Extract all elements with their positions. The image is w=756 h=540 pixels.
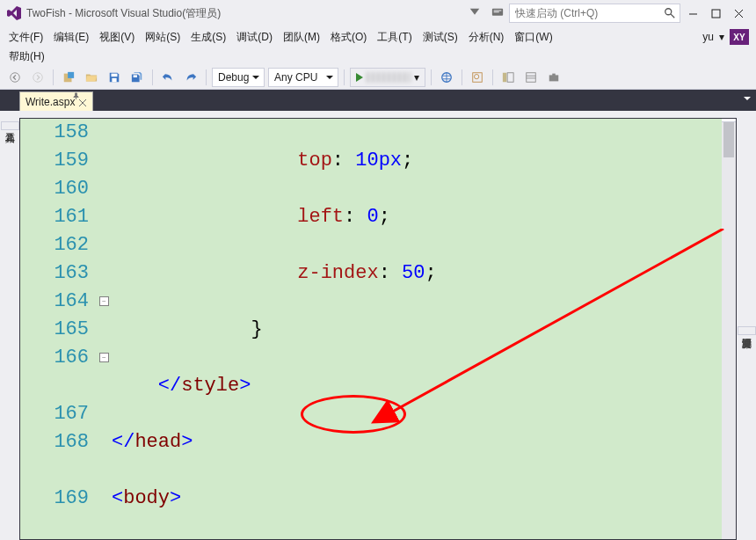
menu-tools[interactable]: 工具(T) bbox=[372, 28, 417, 47]
quick-launch-search[interactable] bbox=[509, 4, 680, 23]
fold-toggle[interactable]: − bbox=[99, 296, 109, 306]
svg-point-8 bbox=[33, 72, 43, 82]
fold-column: − − bbox=[98, 119, 112, 539]
svg-rect-13 bbox=[134, 75, 137, 77]
titlebar: TwoFish - Microsoft Visual Studio(管理员) bbox=[0, 0, 756, 26]
menu-build[interactable]: 生成(S) bbox=[185, 28, 231, 47]
toolbox-button[interactable] bbox=[543, 67, 564, 88]
main-menu: 文件(F) 编辑(E) 视图(V) 网站(S) 生成(S) 调试(D) 团队(M… bbox=[0, 26, 756, 47]
svg-rect-12 bbox=[112, 77, 116, 81]
svg-point-7 bbox=[11, 72, 20, 82]
user-badge[interactable]: XY bbox=[730, 29, 749, 45]
menu-team[interactable]: 团队(M) bbox=[278, 28, 325, 47]
svg-rect-18 bbox=[507, 72, 513, 82]
menu-debug[interactable]: 调试(D) bbox=[231, 28, 278, 47]
nav-forward-button[interactable] bbox=[27, 67, 48, 88]
pin-icon[interactable] bbox=[72, 91, 80, 103]
config-combo[interactable]: Debug bbox=[212, 68, 265, 87]
svg-point-16 bbox=[475, 74, 479, 78]
svg-rect-19 bbox=[527, 72, 536, 82]
save-all-button[interactable] bbox=[127, 67, 148, 88]
main-menu-row2: 帮助(H) bbox=[0, 47, 756, 65]
svg-rect-11 bbox=[112, 73, 118, 77]
svg-point-1 bbox=[665, 9, 672, 15]
feedback-icon[interactable] bbox=[491, 7, 504, 19]
svg-rect-10 bbox=[68, 71, 74, 77]
left-dock-rail: 工具箱 bbox=[0, 118, 19, 540]
minimize-button[interactable] bbox=[682, 3, 703, 24]
vs-logo-icon bbox=[7, 6, 21, 20]
search-icon bbox=[664, 7, 676, 19]
fold-toggle[interactable]: − bbox=[99, 353, 109, 362]
menu-edit[interactable]: 编辑(E) bbox=[48, 28, 94, 47]
close-button[interactable] bbox=[728, 3, 749, 24]
code-editor: 158 159 160 161 162 163 164 165 166 167 … bbox=[19, 118, 737, 540]
annotation-ellipse bbox=[301, 395, 406, 434]
notification-icon[interactable] bbox=[469, 7, 481, 19]
menu-analyze[interactable]: 分析(N) bbox=[463, 28, 510, 47]
tab-dropdown-icon[interactable] bbox=[742, 93, 752, 104]
properties-button[interactable] bbox=[520, 67, 542, 88]
platform-combo[interactable]: Any CPU bbox=[268, 68, 338, 87]
redo-button[interactable] bbox=[180, 67, 201, 88]
svg-line-2 bbox=[671, 14, 674, 18]
maximize-button[interactable] bbox=[705, 3, 726, 24]
solution-explorer-tab[interactable]: 解决方案资源管理器 bbox=[738, 326, 756, 335]
menu-format[interactable]: 格式(O) bbox=[325, 28, 372, 47]
toolbox-panel-tab[interactable]: 工具箱 bbox=[1, 121, 19, 130]
window-title: TwoFish - Microsoft Visual Studio(管理员) bbox=[26, 6, 221, 21]
browser-link-button[interactable] bbox=[436, 67, 457, 88]
quick-launch-input[interactable] bbox=[510, 7, 664, 19]
nav-back-button[interactable] bbox=[4, 67, 25, 88]
menu-window[interactable]: 窗口(W) bbox=[509, 28, 557, 47]
vertical-scrollbar[interactable] bbox=[722, 119, 736, 539]
tab-label: Write.aspx bbox=[25, 96, 75, 108]
code-area[interactable]: top: 10px; left: 0; z-index: 50; } </sty… bbox=[112, 119, 736, 539]
menu-file[interactable]: 文件(F) bbox=[4, 28, 48, 47]
start-debug-button[interactable]: ▾ bbox=[350, 68, 425, 87]
menu-help[interactable]: 帮助(H) bbox=[4, 47, 50, 66]
solution-explorer-button[interactable] bbox=[498, 67, 519, 88]
open-button[interactable] bbox=[81, 67, 102, 88]
svg-rect-4 bbox=[712, 10, 720, 18]
line-number-gutter: 158 159 160 161 162 163 164 165 166 167 … bbox=[20, 119, 98, 539]
svg-rect-22 bbox=[549, 75, 559, 81]
svg-rect-17 bbox=[503, 72, 506, 82]
document-tab-bar: Write.aspx bbox=[0, 90, 756, 111]
svg-rect-23 bbox=[552, 73, 556, 76]
menu-site[interactable]: 网站(S) bbox=[140, 28, 185, 47]
scrollbar-thumb[interactable] bbox=[723, 122, 734, 157]
menu-test[interactable]: 测试(S) bbox=[418, 28, 463, 47]
find-button[interactable] bbox=[467, 67, 488, 88]
standard-toolbar: Debug Any CPU ▾ bbox=[0, 65, 756, 90]
right-dock-rail: 解决方案资源管理器 团队资源管理器 属性 bbox=[737, 118, 756, 540]
save-button[interactable] bbox=[104, 67, 125, 88]
menu-view[interactable]: 视图(V) bbox=[94, 28, 140, 47]
new-project-button[interactable] bbox=[58, 67, 79, 88]
user-name[interactable]: yu bbox=[702, 31, 714, 43]
undo-button[interactable] bbox=[157, 67, 178, 88]
active-tab[interactable]: Write.aspx bbox=[19, 91, 93, 111]
